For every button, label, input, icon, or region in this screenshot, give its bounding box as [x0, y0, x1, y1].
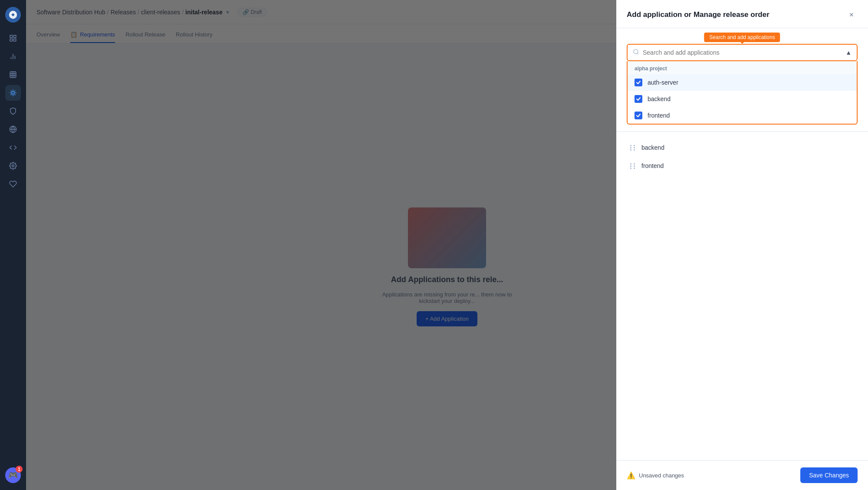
sidebar-item-releases[interactable]: [5, 85, 21, 101]
svg-rect-1: [10, 35, 12, 37]
modal-divider: [616, 132, 868, 132]
drag-item-backend[interactable]: backend: [627, 139, 858, 156]
checkbox-backend[interactable]: [635, 95, 642, 103]
modal-header: Add application or Manage release order …: [616, 0, 868, 28]
dropdown-group-label: alpha project: [628, 61, 857, 74]
warning-icon: ⚠️: [627, 471, 635, 480]
sidebar-item-globe[interactable]: [5, 122, 21, 137]
search-wrapper: ▲: [627, 44, 858, 61]
svg-point-13: [12, 92, 14, 94]
chevron-up-icon[interactable]: ▲: [845, 49, 852, 56]
drag-handle-frontend[interactable]: [630, 163, 636, 169]
modal-close-button[interactable]: ×: [845, 9, 858, 21]
svg-rect-4: [14, 39, 16, 41]
svg-line-18: [637, 53, 638, 54]
svg-rect-8: [10, 72, 16, 78]
search-dropdown: alpha project auth-server backend fronte…: [627, 61, 858, 125]
sidebar-item-chart[interactable]: [5, 49, 21, 64]
svg-point-17: [634, 49, 638, 54]
sidebar-item-code[interactable]: [5, 140, 21, 155]
app-logo[interactable]: [5, 7, 21, 23]
svg-rect-3: [10, 39, 12, 41]
sidebar-item-plugin[interactable]: [5, 176, 21, 192]
dropdown-item-auth-server[interactable]: auth-server: [628, 74, 857, 91]
sidebar-item-security[interactable]: [5, 103, 21, 119]
svg-point-16: [12, 165, 14, 167]
notification-badge: 1: [16, 466, 23, 473]
sidebar: 🎮 1: [0, 0, 26, 490]
svg-rect-2: [14, 35, 16, 37]
modal-footer: ⚠️ Unsaved changes Save Changes: [616, 460, 868, 490]
search-tooltip: Search and add applications: [704, 33, 780, 42]
drag-list: backend frontend: [616, 139, 868, 174]
sidebar-item-settings[interactable]: [5, 158, 21, 174]
unsaved-label: Unsaved changes: [639, 472, 684, 479]
drag-handle-backend[interactable]: [630, 145, 636, 151]
save-changes-button[interactable]: Save Changes: [800, 467, 858, 483]
drag-item-frontend[interactable]: frontend: [627, 157, 858, 174]
search-section: Search and add applications ▲: [616, 37, 868, 61]
dropdown-item-frontend[interactable]: frontend: [628, 107, 857, 124]
modal-title: Add application or Manage release order: [627, 10, 769, 19]
unsaved-warning: ⚠️ Unsaved changes: [627, 471, 684, 480]
modal-panel: Add application or Manage release order …: [616, 0, 868, 490]
search-input[interactable]: [643, 45, 845, 60]
checkbox-frontend[interactable]: [635, 112, 642, 119]
sidebar-item-dashboard[interactable]: [5, 30, 21, 46]
sidebar-item-grid[interactable]: [5, 67, 21, 82]
search-icon: [633, 49, 639, 56]
checkbox-auth-server[interactable]: [635, 79, 642, 86]
dropdown-item-backend[interactable]: backend: [628, 91, 857, 107]
user-avatar[interactable]: 🎮 1: [5, 467, 21, 483]
